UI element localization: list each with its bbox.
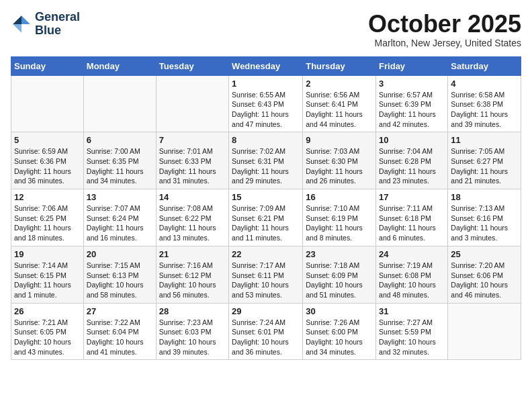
calendar-cell: 13Sunrise: 7:07 AM Sunset: 6:24 PM Dayli… — [83, 189, 156, 246]
day-number: 8 — [232, 135, 300, 145]
day-info: Sunrise: 7:00 AM Sunset: 6:35 PM Dayligh… — [87, 146, 153, 186]
week-row-1: 1Sunrise: 6:55 AM Sunset: 6:43 PM Daylig… — [11, 75, 521, 132]
calendar-cell: 18Sunrise: 7:13 AM Sunset: 6:16 PM Dayli… — [448, 189, 521, 246]
day-number: 3 — [379, 79, 445, 89]
day-number: 20 — [87, 249, 153, 259]
logo-icon — [11, 13, 32, 35]
day-number: 25 — [451, 249, 518, 259]
day-number: 30 — [306, 306, 373, 316]
calendar-cell: 9Sunrise: 7:03 AM Sunset: 6:30 PM Daylig… — [303, 132, 376, 189]
day-info: Sunrise: 6:58 AM Sunset: 6:38 PM Dayligh… — [451, 90, 518, 130]
day-number: 6 — [87, 135, 153, 145]
day-info: Sunrise: 6:57 AM Sunset: 6:39 PM Dayligh… — [379, 90, 445, 130]
calendar-cell: 3Sunrise: 6:57 AM Sunset: 6:39 PM Daylig… — [376, 75, 448, 132]
day-number: 7 — [159, 135, 226, 145]
day-number: 10 — [379, 135, 445, 145]
day-info: Sunrise: 6:59 AM Sunset: 6:36 PM Dayligh… — [14, 146, 81, 186]
weekday-header-row: SundayMondayTuesdayWednesdayThursdayFrid… — [11, 56, 521, 75]
weekday-header-thursday: Thursday — [303, 56, 376, 75]
day-number: 12 — [14, 192, 81, 202]
day-number: 21 — [159, 249, 226, 259]
day-info: Sunrise: 7:10 AM Sunset: 6:19 PM Dayligh… — [306, 203, 373, 243]
day-number: 5 — [14, 135, 81, 145]
calendar-table: SundayMondayTuesdayWednesdayThursdayFrid… — [11, 56, 521, 361]
day-info: Sunrise: 7:03 AM Sunset: 6:30 PM Dayligh… — [306, 146, 373, 186]
weekday-header-monday: Monday — [83, 56, 156, 75]
calendar-cell: 6Sunrise: 7:00 AM Sunset: 6:35 PM Daylig… — [83, 132, 156, 189]
day-info: Sunrise: 7:22 AM Sunset: 6:04 PM Dayligh… — [87, 318, 153, 357]
day-number: 19 — [14, 249, 81, 259]
day-number: 23 — [306, 249, 373, 259]
logo-text: General Blue — [35, 11, 80, 38]
location: Marlton, New Jersey, United States — [368, 38, 521, 48]
weekday-header-tuesday: Tuesday — [156, 56, 228, 75]
day-number: 22 — [232, 249, 300, 259]
day-number: 4 — [451, 79, 518, 89]
calendar-cell: 29Sunrise: 7:24 AM Sunset: 6:01 PM Dayli… — [229, 303, 303, 360]
day-info: Sunrise: 7:14 AM Sunset: 6:15 PM Dayligh… — [14, 261, 81, 300]
calendar-cell: 20Sunrise: 7:15 AM Sunset: 6:13 PM Dayli… — [83, 246, 156, 303]
calendar-cell: 4Sunrise: 6:58 AM Sunset: 6:38 PM Daylig… — [448, 75, 521, 132]
day-info: Sunrise: 6:56 AM Sunset: 6:41 PM Dayligh… — [306, 90, 373, 130]
day-number: 26 — [14, 306, 81, 316]
calendar-cell: 28Sunrise: 7:23 AM Sunset: 6:03 PM Dayli… — [156, 303, 228, 360]
day-number: 18 — [451, 192, 518, 202]
day-number: 2 — [306, 79, 373, 89]
calendar-cell: 10Sunrise: 7:04 AM Sunset: 6:28 PM Dayli… — [376, 132, 448, 189]
day-number: 9 — [306, 135, 373, 145]
week-row-3: 12Sunrise: 7:06 AM Sunset: 6:25 PM Dayli… — [11, 189, 521, 246]
day-info: Sunrise: 7:15 AM Sunset: 6:13 PM Dayligh… — [87, 261, 153, 300]
calendar-cell: 7Sunrise: 7:01 AM Sunset: 6:33 PM Daylig… — [156, 132, 228, 189]
calendar-cell: 15Sunrise: 7:09 AM Sunset: 6:21 PM Dayli… — [229, 189, 303, 246]
calendar-cell — [83, 75, 156, 132]
calendar-cell — [11, 75, 84, 132]
page-header: General Blue October 2025 Marlton, New J… — [11, 11, 521, 48]
calendar-cell: 30Sunrise: 7:26 AM Sunset: 6:00 PM Dayli… — [303, 303, 376, 360]
day-info: Sunrise: 6:55 AM Sunset: 6:43 PM Dayligh… — [232, 90, 300, 130]
calendar-cell: 12Sunrise: 7:06 AM Sunset: 6:25 PM Dayli… — [11, 189, 84, 246]
day-info: Sunrise: 7:09 AM Sunset: 6:21 PM Dayligh… — [232, 203, 300, 243]
day-info: Sunrise: 7:19 AM Sunset: 6:08 PM Dayligh… — [379, 261, 445, 300]
day-number: 15 — [232, 192, 300, 202]
day-number: 28 — [159, 306, 226, 316]
calendar-cell: 17Sunrise: 7:11 AM Sunset: 6:18 PM Dayli… — [376, 189, 448, 246]
calendar-cell: 2Sunrise: 6:56 AM Sunset: 6:41 PM Daylig… — [303, 75, 376, 132]
calendar-cell: 5Sunrise: 6:59 AM Sunset: 6:36 PM Daylig… — [11, 132, 84, 189]
logo: General Blue — [11, 11, 80, 38]
calendar-cell: 23Sunrise: 7:18 AM Sunset: 6:09 PM Dayli… — [303, 246, 376, 303]
calendar-cell — [156, 75, 228, 132]
week-row-5: 26Sunrise: 7:21 AM Sunset: 6:05 PM Dayli… — [11, 303, 521, 360]
logo-line1: General — [35, 11, 80, 24]
day-info: Sunrise: 7:08 AM Sunset: 6:22 PM Dayligh… — [159, 203, 226, 243]
day-number: 1 — [232, 79, 300, 89]
day-info: Sunrise: 7:17 AM Sunset: 6:11 PM Dayligh… — [232, 261, 300, 300]
weekday-header-sunday: Sunday — [11, 56, 84, 75]
day-number: 17 — [379, 192, 445, 202]
week-row-4: 19Sunrise: 7:14 AM Sunset: 6:15 PM Dayli… — [11, 246, 521, 303]
title-block: October 2025 Marlton, New Jersey, United… — [368, 11, 521, 48]
day-info: Sunrise: 7:21 AM Sunset: 6:05 PM Dayligh… — [14, 318, 81, 357]
day-number: 29 — [232, 306, 300, 316]
calendar-cell: 21Sunrise: 7:16 AM Sunset: 6:12 PM Dayli… — [156, 246, 228, 303]
calendar-cell: 14Sunrise: 7:08 AM Sunset: 6:22 PM Dayli… — [156, 189, 228, 246]
day-info: Sunrise: 7:26 AM Sunset: 6:00 PM Dayligh… — [306, 318, 373, 357]
calendar-cell: 31Sunrise: 7:27 AM Sunset: 5:59 PM Dayli… — [376, 303, 448, 360]
day-info: Sunrise: 7:13 AM Sunset: 6:16 PM Dayligh… — [451, 203, 518, 243]
calendar-cell: 26Sunrise: 7:21 AM Sunset: 6:05 PM Dayli… — [11, 303, 84, 360]
day-number: 13 — [87, 192, 153, 202]
day-info: Sunrise: 7:04 AM Sunset: 6:28 PM Dayligh… — [379, 146, 445, 186]
day-info: Sunrise: 7:01 AM Sunset: 6:33 PM Dayligh… — [159, 146, 226, 186]
calendar-cell — [448, 303, 521, 360]
day-info: Sunrise: 7:24 AM Sunset: 6:01 PM Dayligh… — [232, 318, 300, 357]
day-info: Sunrise: 7:11 AM Sunset: 6:18 PM Dayligh… — [379, 203, 445, 243]
day-info: Sunrise: 7:18 AM Sunset: 6:09 PM Dayligh… — [306, 261, 373, 300]
day-number: 14 — [159, 192, 226, 202]
svg-marker-2 — [13, 24, 21, 33]
day-info: Sunrise: 7:20 AM Sunset: 6:06 PM Dayligh… — [451, 261, 518, 300]
day-info: Sunrise: 7:27 AM Sunset: 5:59 PM Dayligh… — [379, 318, 445, 357]
calendar-cell: 8Sunrise: 7:02 AM Sunset: 6:31 PM Daylig… — [229, 132, 303, 189]
weekday-header-friday: Friday — [376, 56, 448, 75]
logo-line2: Blue — [35, 24, 80, 38]
month-title: October 2025 — [368, 11, 521, 38]
svg-marker-1 — [13, 15, 21, 24]
